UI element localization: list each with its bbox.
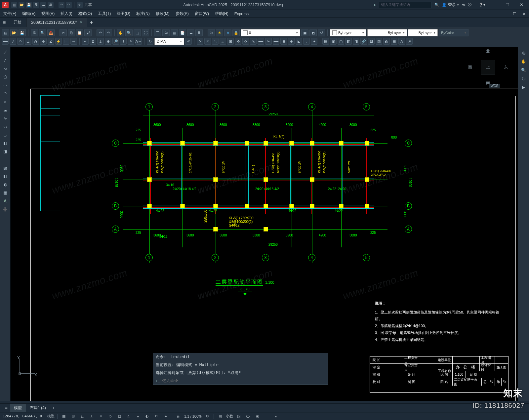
addsel-icon[interactable]: ➕ <box>1 206 9 213</box>
dimstyle-combo[interactable]: DIMA▾ <box>154 38 184 45</box>
image-icon[interactable]: 🖼 <box>368 38 375 45</box>
layer-props-icon[interactable]: 🗂 <box>208 29 215 36</box>
minimize-button[interactable]: — <box>488 0 499 10</box>
viewcube[interactable]: 北 南 西 东 上 <box>475 54 501 80</box>
dimtedit-icon[interactable]: A↔ <box>135 38 142 45</box>
xline-icon[interactable]: ∕ <box>1 57 9 64</box>
dimstylemgr-icon[interactable]: ✐ <box>185 38 192 45</box>
wcs-label[interactable]: WCS <box>489 84 500 88</box>
showmotion-icon[interactable]: ▶ <box>520 84 528 91</box>
array-icon[interactable]: ⊞ <box>227 38 234 45</box>
circle-icon[interactable]: ○ <box>1 98 9 105</box>
break-icon[interactable]: ⊟ <box>280 38 287 45</box>
dyn-icon[interactable]: + <box>162 413 169 420</box>
qat-plot-icon[interactable]: 🖶 <box>48 2 54 8</box>
dimbreak-icon[interactable]: ⊻ <box>90 38 96 45</box>
layout-menu-icon[interactable]: ≡ <box>3 404 10 412</box>
ssm-icon[interactable]: 📑 <box>179 29 186 36</box>
layout-add-icon[interactable]: + <box>50 404 57 412</box>
dimrad-icon[interactable]: ◔ <box>32 38 39 45</box>
anno-icon[interactable]: 🗛 <box>175 413 182 420</box>
dimalign-icon[interactable]: ⤢ <box>10 38 16 45</box>
group-icon[interactable]: ▣ <box>330 38 337 45</box>
dimquick-icon[interactable]: ⚡ <box>55 38 62 45</box>
xref-icon[interactable]: 🔗 <box>360 38 367 45</box>
table-icon[interactable]: ▦ <box>391 38 397 45</box>
help-icon[interactable]: ❔▾ <box>479 3 485 7</box>
osnap-icon[interactable]: ◻ <box>116 413 123 420</box>
centermark-icon[interactable]: ⊕ <box>105 38 111 45</box>
tolerance-icon[interactable]: ± <box>97 38 104 45</box>
tab-add-button[interactable]: + <box>87 20 96 25</box>
hatch-icon[interactable]: ▨ <box>1 164 9 172</box>
mirror-icon[interactable]: ⇋ <box>212 38 219 45</box>
props-icon[interactable]: ☰ <box>154 29 161 36</box>
otrack-icon[interactable]: ∠ <box>125 413 132 420</box>
gradient-icon[interactable]: ◧ <box>1 173 9 180</box>
menu-view[interactable]: 视图(V) <box>41 11 55 17</box>
publish-icon[interactable]: 📤 <box>47 29 55 36</box>
extend-icon[interactable]: ⟶ <box>273 38 279 45</box>
lwt-icon[interactable]: ≡ <box>134 413 142 420</box>
cart-icon[interactable]: 🛍 <box>462 3 465 7</box>
offset-icon[interactable]: ▱ <box>220 38 226 45</box>
undo-icon[interactable]: ↶ <box>97 29 104 36</box>
pline-icon[interactable]: ↝ <box>1 65 9 72</box>
paste-icon[interactable]: 📋 <box>76 29 83 36</box>
mtext2-icon[interactable]: A <box>1 197 9 205</box>
preview-icon[interactable]: 🔍 <box>39 29 46 36</box>
layer-combo[interactable]: 0▾ <box>241 29 300 36</box>
diminspect-icon[interactable]: 🔎 <box>112 38 119 45</box>
clean-icon[interactable]: ▣ <box>254 413 261 420</box>
navwheel-icon[interactable]: ◎ <box>520 49 528 57</box>
qat-share-icon[interactable]: ✈ <box>77 2 83 8</box>
dimord-icon[interactable]: ⊥ <box>25 38 31 45</box>
save-icon[interactable]: 💾 <box>19 29 26 36</box>
ellipse-icon[interactable]: ⬭ <box>1 123 9 130</box>
dimdia-icon[interactable]: ⊘ <box>40 38 47 45</box>
monitor-icon[interactable]: 🖵 <box>244 413 252 420</box>
units-label[interactable]: 小数 <box>226 414 233 419</box>
ungroup-icon[interactable]: ▢ <box>338 38 344 45</box>
redo-icon[interactable]: ↷ <box>105 29 112 36</box>
region2-icon[interactable]: ◐ <box>1 181 9 188</box>
fullscreen-icon[interactable]: ⛶ <box>263 413 270 420</box>
filetab-menu-icon[interactable]: ≡ <box>3 20 6 25</box>
close-button[interactable]: ✕ <box>516 0 527 10</box>
new-icon[interactable]: ▤ <box>2 29 9 36</box>
share-label[interactable]: 共享 <box>85 2 92 7</box>
menu-help[interactable]: 帮助(H) <box>215 11 228 17</box>
trim-icon[interactable]: ✂ <box>265 38 272 45</box>
join-icon[interactable]: ⊕ <box>288 38 295 45</box>
cycle-icon[interactable]: ⟳ <box>153 413 160 420</box>
status-scale[interactable]: 1:1 / 100% <box>184 414 202 418</box>
layermatch-icon[interactable]: ◩ <box>309 29 317 36</box>
tab-close-icon[interactable]: ✕ <box>80 21 82 24</box>
qcalc-icon[interactable]: 🖩 <box>195 29 203 36</box>
infer-icon[interactable]: ∟ <box>79 413 86 420</box>
tab-start[interactable]: 开始 <box>9 18 26 27</box>
scale-icon[interactable]: ⤡ <box>250 38 257 45</box>
chamfer-icon[interactable]: ◣ <box>296 38 302 45</box>
dimspace-icon[interactable]: ↔ <box>82 38 89 45</box>
tab-layout1[interactable]: 布局1 (4) <box>26 404 50 412</box>
qp-icon[interactable]: ▤ <box>217 413 224 420</box>
polar-icon[interactable]: ✶ <box>97 413 104 420</box>
qat-save-icon[interactable]: 💾 <box>26 2 32 8</box>
dimedit-icon[interactable]: ✎ <box>128 38 134 45</box>
tab-drawing[interactable]: 20091121231731587910*✕ <box>26 18 87 27</box>
menu-edit[interactable]: 编辑(E) <box>22 11 35 17</box>
search-help-input[interactable]: 键入关键字或短语 <box>379 2 432 8</box>
menu-insert[interactable]: 插入(I) <box>61 11 72 17</box>
rotate-icon[interactable]: ⟳ <box>242 38 249 45</box>
login-button[interactable]: 👤登录▾ <box>442 2 459 8</box>
freeze-icon[interactable]: ❄ <box>224 29 231 36</box>
workspace-icon[interactable]: ◳ <box>235 413 242 420</box>
draworder-icon[interactable]: ▤ <box>322 38 329 45</box>
pan2-icon[interactable]: ✋ <box>520 58 528 65</box>
insert-icon[interactable]: ◨ <box>353 38 359 45</box>
line-icon[interactable]: ／ <box>1 49 9 56</box>
color-combo[interactable]: ByLayer▾ <box>330 29 366 36</box>
mtext-icon[interactable]: A <box>398 38 405 45</box>
markup-icon[interactable]: ☁ <box>187 29 194 36</box>
